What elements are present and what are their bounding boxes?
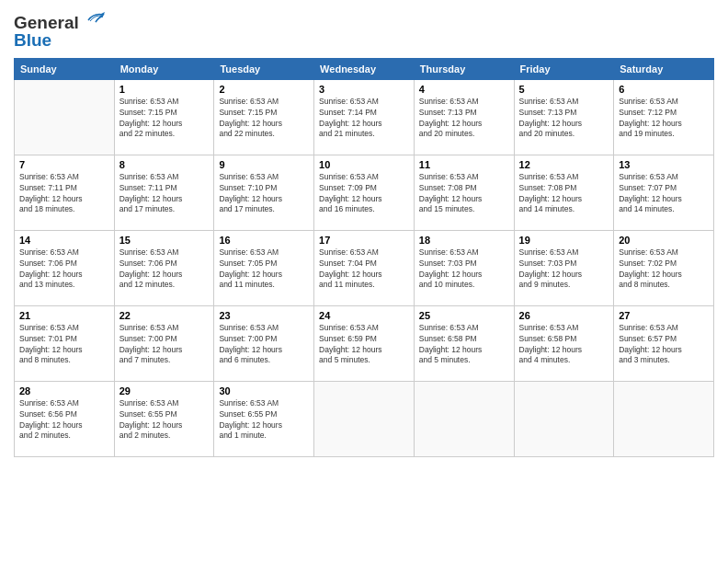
day-info: Sunrise: 6:53 AM Sunset: 7:14 PM Dayligh… [319,97,409,141]
calendar-cell: 1Sunrise: 6:53 AM Sunset: 7:15 PM Daylig… [114,79,214,155]
day-info: Sunrise: 6:53 AM Sunset: 7:15 PM Dayligh… [119,97,210,141]
calendar-cell: 25Sunrise: 6:53 AM Sunset: 6:58 PM Dayli… [414,305,514,381]
day-number: 12 [519,159,609,170]
day-info: Sunrise: 6:53 AM Sunset: 7:09 PM Dayligh… [319,172,409,216]
calendar-cell [414,381,514,456]
day-number: 1 [119,84,210,95]
calendar-cell: 3Sunrise: 6:53 AM Sunset: 7:14 PM Daylig… [314,79,415,155]
header-day-monday: Monday [114,58,214,79]
day-number: 13 [619,159,709,170]
week-row-1: 1Sunrise: 6:53 AM Sunset: 7:15 PM Daylig… [15,79,714,155]
day-info: Sunrise: 6:53 AM Sunset: 7:05 PM Dayligh… [219,247,309,292]
calendar-cell: 7Sunrise: 6:53 AM Sunset: 7:11 PM Daylig… [15,155,115,230]
day-number: 6 [619,84,709,95]
calendar-cell: 22Sunrise: 6:53 AM Sunset: 7:00 PM Dayli… [114,305,214,381]
day-number: 2 [219,84,309,95]
day-number: 14 [19,235,109,246]
logo-bird-icon [81,11,105,31]
header-day-friday: Friday [514,58,614,79]
calendar-cell: 26Sunrise: 6:53 AM Sunset: 6:58 PM Dayli… [514,305,614,381]
header: General Blue [14,14,714,51]
day-number: 4 [419,84,509,95]
header-day-wednesday: Wednesday [314,58,415,79]
header-row: SundayMondayTuesdayWednesdayThursdayFrid… [15,58,714,79]
header-day-saturday: Saturday [614,58,714,79]
calendar-cell: 30Sunrise: 6:53 AM Sunset: 6:55 PM Dayli… [214,381,314,456]
calendar-cell: 17Sunrise: 6:53 AM Sunset: 7:04 PM Dayli… [314,230,415,305]
day-info: Sunrise: 6:53 AM Sunset: 7:13 PM Dayligh… [519,97,609,141]
calendar-cell: 28Sunrise: 6:53 AM Sunset: 6:56 PM Dayli… [15,381,115,456]
day-number: 7 [19,159,109,170]
day-number: 24 [319,310,409,321]
day-info: Sunrise: 6:53 AM Sunset: 7:13 PM Dayligh… [419,97,509,141]
day-info: Sunrise: 6:53 AM Sunset: 7:06 PM Dayligh… [19,247,109,292]
calendar-cell: 4Sunrise: 6:53 AM Sunset: 7:13 PM Daylig… [414,79,514,155]
day-info: Sunrise: 6:53 AM Sunset: 7:15 PM Dayligh… [219,97,309,141]
day-info: Sunrise: 6:53 AM Sunset: 7:01 PM Dayligh… [19,323,109,367]
day-info: Sunrise: 6:53 AM Sunset: 7:00 PM Dayligh… [219,323,309,367]
day-number: 9 [219,159,309,170]
calendar-cell: 6Sunrise: 6:53 AM Sunset: 7:12 PM Daylig… [614,79,714,155]
day-info: Sunrise: 6:53 AM Sunset: 7:00 PM Dayligh… [119,323,210,367]
calendar-cell: 24Sunrise: 6:53 AM Sunset: 6:59 PM Dayli… [314,305,415,381]
day-info: Sunrise: 6:53 AM Sunset: 7:08 PM Dayligh… [419,172,509,216]
calendar-cell: 27Sunrise: 6:53 AM Sunset: 6:57 PM Dayli… [614,305,714,381]
day-number: 20 [619,235,709,246]
calendar-cell [614,381,714,456]
calendar-cell: 19Sunrise: 6:53 AM Sunset: 7:03 PM Dayli… [514,230,614,305]
calendar-cell: 9Sunrise: 6:53 AM Sunset: 7:10 PM Daylig… [214,155,314,230]
calendar-cell: 2Sunrise: 6:53 AM Sunset: 7:15 PM Daylig… [214,79,314,155]
day-number: 18 [419,235,509,246]
calendar-cell: 16Sunrise: 6:53 AM Sunset: 7:05 PM Dayli… [214,230,314,305]
day-info: Sunrise: 6:53 AM Sunset: 7:07 PM Dayligh… [619,172,709,216]
day-number: 16 [219,235,309,246]
calendar-cell [314,381,415,456]
logo-blue: Blue [14,31,105,51]
day-number: 15 [119,235,210,246]
day-info: Sunrise: 6:53 AM Sunset: 7:03 PM Dayligh… [519,247,609,292]
day-info: Sunrise: 6:53 AM Sunset: 7:04 PM Dayligh… [319,247,409,292]
day-number: 27 [619,310,709,321]
calendar-cell: 15Sunrise: 6:53 AM Sunset: 7:06 PM Dayli… [114,230,214,305]
calendar-cell: 14Sunrise: 6:53 AM Sunset: 7:06 PM Dayli… [15,230,115,305]
week-row-4: 21Sunrise: 6:53 AM Sunset: 7:01 PM Dayli… [15,305,714,381]
day-number: 25 [419,310,509,321]
day-info: Sunrise: 6:53 AM Sunset: 6:58 PM Dayligh… [519,323,609,367]
day-number: 26 [519,310,609,321]
logo: General Blue [14,14,105,51]
week-row-3: 14Sunrise: 6:53 AM Sunset: 7:06 PM Dayli… [15,230,714,305]
calendar-cell [15,79,115,155]
calendar-cell: 12Sunrise: 6:53 AM Sunset: 7:08 PM Dayli… [514,155,614,230]
calendar-cell: 29Sunrise: 6:53 AM Sunset: 6:55 PM Dayli… [114,381,214,456]
day-info: Sunrise: 6:53 AM Sunset: 7:08 PM Dayligh… [519,172,609,216]
day-number: 22 [119,310,210,321]
calendar-cell: 21Sunrise: 6:53 AM Sunset: 7:01 PM Dayli… [15,305,115,381]
header-day-thursday: Thursday [414,58,514,79]
day-info: Sunrise: 6:53 AM Sunset: 6:58 PM Dayligh… [419,323,509,367]
calendar-cell: 18Sunrise: 6:53 AM Sunset: 7:03 PM Dayli… [414,230,514,305]
day-number: 23 [219,310,309,321]
day-info: Sunrise: 6:53 AM Sunset: 7:02 PM Dayligh… [619,247,709,292]
day-info: Sunrise: 6:53 AM Sunset: 7:10 PM Dayligh… [219,172,309,216]
day-info: Sunrise: 6:53 AM Sunset: 7:11 PM Dayligh… [119,172,210,216]
day-info: Sunrise: 6:53 AM Sunset: 7:06 PM Dayligh… [119,247,210,292]
day-number: 8 [119,159,210,170]
day-info: Sunrise: 6:53 AM Sunset: 7:12 PM Dayligh… [619,97,709,141]
day-number: 3 [319,84,409,95]
calendar-cell: 23Sunrise: 6:53 AM Sunset: 7:00 PM Dayli… [214,305,314,381]
calendar-cell: 5Sunrise: 6:53 AM Sunset: 7:13 PM Daylig… [514,79,614,155]
calendar-cell: 13Sunrise: 6:53 AM Sunset: 7:07 PM Dayli… [614,155,714,230]
day-number: 30 [219,385,309,396]
day-number: 28 [19,385,109,396]
calendar-cell: 8Sunrise: 6:53 AM Sunset: 7:11 PM Daylig… [114,155,214,230]
day-number: 5 [519,84,609,95]
day-info: Sunrise: 6:53 AM Sunset: 6:55 PM Dayligh… [219,398,309,442]
header-day-sunday: Sunday [15,58,115,79]
day-info: Sunrise: 6:53 AM Sunset: 6:57 PM Dayligh… [619,323,709,367]
day-info: Sunrise: 6:53 AM Sunset: 6:56 PM Dayligh… [19,398,109,442]
calendar-cell: 11Sunrise: 6:53 AM Sunset: 7:08 PM Dayli… [414,155,514,230]
page: General Blue SundayMondayTuesdayWednesda… [0,0,728,563]
day-number: 29 [119,385,210,396]
day-info: Sunrise: 6:53 AM Sunset: 6:55 PM Dayligh… [119,398,210,442]
day-number: 17 [319,235,409,246]
